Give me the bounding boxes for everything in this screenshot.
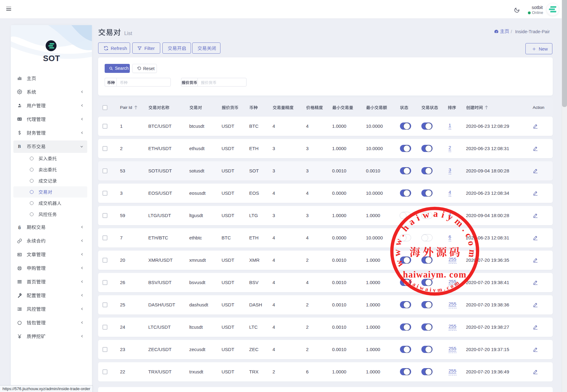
svg-text:www.haiwaiym.com: www.haiwaiym.com	[392, 208, 478, 268]
svg-text:B: B	[18, 144, 21, 149]
svg-text:haiwaiym. com: haiwaiym. com	[403, 270, 466, 279]
svg-text:B: B	[18, 225, 21, 230]
